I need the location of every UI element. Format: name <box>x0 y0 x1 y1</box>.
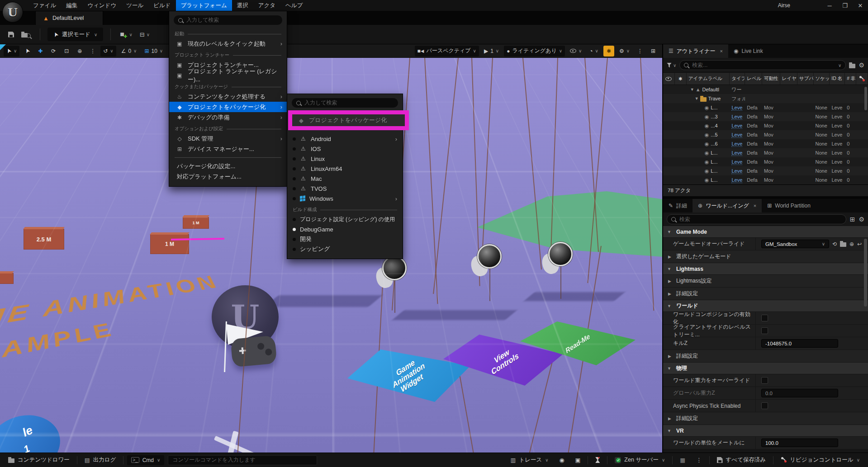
details-scrollbar[interactable] <box>864 239 867 307</box>
actor-row[interactable]: ◉...6 Leve Defa Mov None Leve 0 <box>663 139 868 148</box>
tab-live-link[interactable]: ◉ Live Link <box>728 44 768 58</box>
show-flags-button[interactable]: ∨ <box>567 46 584 57</box>
tab-outliner[interactable]: ☰ アウトライナー × <box>663 44 728 58</box>
reset-icon[interactable]: ↩ <box>857 241 862 247</box>
row-lightmass-settings[interactable]: ▶Lightmass設定 <box>663 275 868 288</box>
console-command-input[interactable]: コンソールコマンドを入力します <box>168 455 317 465</box>
submenu-item-android[interactable]: ⚠Android› <box>287 134 403 144</box>
camera-orb[interactable] <box>477 244 502 269</box>
submenu-item-windows[interactable]: Windows› <box>287 193 403 203</box>
level-tab[interactable]: ▲ DefaultLevel <box>35 11 103 25</box>
insights-button[interactable]: ◉ <box>556 453 568 467</box>
column-socket-icon[interactable] <box>856 73 868 85</box>
actor-row[interactable]: ◉...3 Leve Defa Mov None Leve 0 <box>663 112 868 121</box>
submenu-search-input[interactable]: 入力して検索 <box>292 98 398 108</box>
browse-icon[interactable]: ⟲ <box>832 241 837 247</box>
menu-platforms[interactable]: プラットフォーム <box>176 0 232 11</box>
submenu-item-use-project-setting[interactable]: プロジェクト設定 (シッピング) の使用 <box>287 214 403 224</box>
scale-box-2-5m[interactable]: 2.5 M <box>24 229 64 250</box>
menu-item-quick-launch[interactable]: ▣現在のレベルをクイック起動› <box>169 38 287 49</box>
column-id-name[interactable]: ID 名 <box>830 73 845 85</box>
submenu-item-ios[interactable]: ⚠IOS <box>287 144 403 154</box>
row-advanced-lightmass[interactable]: ▶詳細設定 <box>663 288 868 300</box>
menu-item-cook-content[interactable]: ♨コンテンツをクック処理する› <box>169 91 287 102</box>
gamemode-select[interactable]: GM_Sandbox∨ <box>761 240 829 248</box>
selection-highlight-toggle[interactable]: ✱ <box>603 46 614 57</box>
more-button[interactable]: ⋮ <box>693 453 706 467</box>
menu-item-sdk-manage[interactable]: ◇SDK 管理› <box>169 133 287 144</box>
add-folder-button[interactable] <box>849 62 855 68</box>
content-drawer-button[interactable]: コンテンツドロワー <box>5 453 73 467</box>
column-mobility[interactable]: 可動性 <box>762 73 780 85</box>
zen-server-button[interactable]: Zen サーバー∨ <box>611 453 669 467</box>
submenu-item-development[interactable]: 開発 <box>287 234 403 244</box>
submenu-item-linux[interactable]: ⚠Linux <box>287 154 403 164</box>
column-item-label[interactable]: アイテムラベル <box>687 73 730 85</box>
global-gravity-input[interactable]: 0.0 <box>761 389 838 397</box>
display-options-button[interactable]: ⊞ <box>850 216 855 223</box>
outliner-scrollbar[interactable] <box>864 87 867 110</box>
menu-tools[interactable]: ツール <box>121 0 148 11</box>
menu-edit[interactable]: 編集 <box>61 0 82 11</box>
view-options-button[interactable]: ◔∨ <box>587 46 601 57</box>
save-button[interactable] <box>6 32 16 38</box>
submenu-item-linuxarm64[interactable]: ⚠LinuxArm64 <box>287 164 403 174</box>
menu-item-prepare-debug[interactable]: ✱デバッグの準備› <box>169 112 287 123</box>
world-row[interactable]: ▼▲Defaultl ワー <box>663 85 868 94</box>
details-settings-button[interactable]: ⚙ <box>859 216 864 223</box>
section-vr[interactable]: ▼VR <box>663 425 868 437</box>
menu-item-packaging-settings[interactable]: パッケージ化の設定... <box>169 161 287 171</box>
actor-row[interactable]: ◉...5 Leve Defa Mov None Leve 0 <box>663 130 868 139</box>
menu-window[interactable]: ウィンドウ <box>82 0 121 11</box>
save-status-button[interactable]: すべて保存済み <box>713 453 770 467</box>
tab-world-settings[interactable]: ⊕ワールド...イング× <box>693 199 762 212</box>
camera-orb[interactable] <box>382 256 407 280</box>
snapshot-button[interactable]: ▣ <box>572 453 584 467</box>
rotate-tool-button[interactable]: ⟳ <box>48 46 59 57</box>
menu-item-project-launcher-legacy[interactable]: ▣プロジェクト ランチャー (レガシー)... <box>169 70 287 80</box>
filter-button[interactable]: ∨ <box>667 63 676 68</box>
add-icon[interactable]: ⊕ <box>849 241 854 247</box>
details-search-input[interactable]: 検索 <box>667 214 846 224</box>
tab-details[interactable]: ✎詳細 <box>663 199 693 212</box>
ddc-button[interactable]: ▦ <box>676 453 689 467</box>
actor-row[interactable]: ◉...4 Leve Defa Mov None Leve 0 <box>663 121 868 130</box>
actor-row[interactable]: ◉L... Leve Defa Mov None Leve 0 <box>663 148 868 157</box>
submenu-item-debuggame[interactable]: DebugGame <box>287 224 403 234</box>
viewport-settings-button[interactable]: ⚙∨ <box>617 46 632 57</box>
caret-icon[interactable]: ▼ <box>690 87 694 92</box>
caret-icon[interactable]: ▼ <box>695 96 699 101</box>
section-physics[interactable]: ▼物理 <box>663 363 868 374</box>
perspective-select[interactable]: ■◄パースペクティブ∨ <box>415 46 479 57</box>
close-icon[interactable]: × <box>754 203 756 208</box>
section-game-mode[interactable]: ▼Game Mode <box>663 226 868 238</box>
row-advanced-world[interactable]: ▶詳細設定 <box>663 350 868 363</box>
editor-mode-select[interactable]: ➤ 選択モード ∨ <box>47 28 103 41</box>
camera-orb[interactable] <box>548 242 573 266</box>
menu-item-supported-platforms[interactable]: 対応プラットフォーム... <box>169 171 287 182</box>
folder-row[interactable]: ▼Trave フォル <box>663 94 868 103</box>
close-icon[interactable]: × <box>720 48 722 54</box>
submenu-item-shipping[interactable]: シッピング <box>287 244 403 254</box>
close-button[interactable]: ✕ <box>853 2 868 9</box>
viewport-more-button[interactable]: ⋮ <box>635 46 645 57</box>
scale-box-1m-far[interactable]: 1 M <box>183 217 209 229</box>
content-browser-button[interactable] <box>19 31 33 38</box>
more-options-button[interactable]: ⋮ <box>87 46 98 57</box>
grid-snap-button[interactable]: ⊞10∨ <box>142 46 166 57</box>
gravity-override-checkbox[interactable] <box>761 377 768 384</box>
column-level[interactable]: レベル <box>745 73 762 85</box>
world-space-toggle[interactable]: ⊕ <box>74 46 85 57</box>
section-lightmass[interactable]: ▼Lightmass <box>663 263 868 275</box>
outliner-search-input[interactable]: 検索... ∨ <box>679 60 846 70</box>
actor-row[interactable]: ◉L... Leve Defa Mov None Leve 0 <box>663 103 868 112</box>
select-tool-button[interactable]: ➤ <box>22 46 33 57</box>
column-socket[interactable]: ソケッ <box>814 73 830 85</box>
menu-build[interactable]: ビルド <box>148 0 175 11</box>
client-streaming-checkbox[interactable] <box>761 327 768 334</box>
task-status-button[interactable] <box>592 453 603 467</box>
menu-item-package-project[interactable]: ◆プロジェクトをパッケージ化› <box>169 102 287 112</box>
revision-control-button[interactable]: リビジョンコントロール∨ <box>777 453 863 467</box>
actor-row[interactable]: ◉L... Leve Defa Mov None Leve 0 <box>663 175 868 184</box>
scale-tool-button[interactable]: ⊡ <box>61 46 72 57</box>
